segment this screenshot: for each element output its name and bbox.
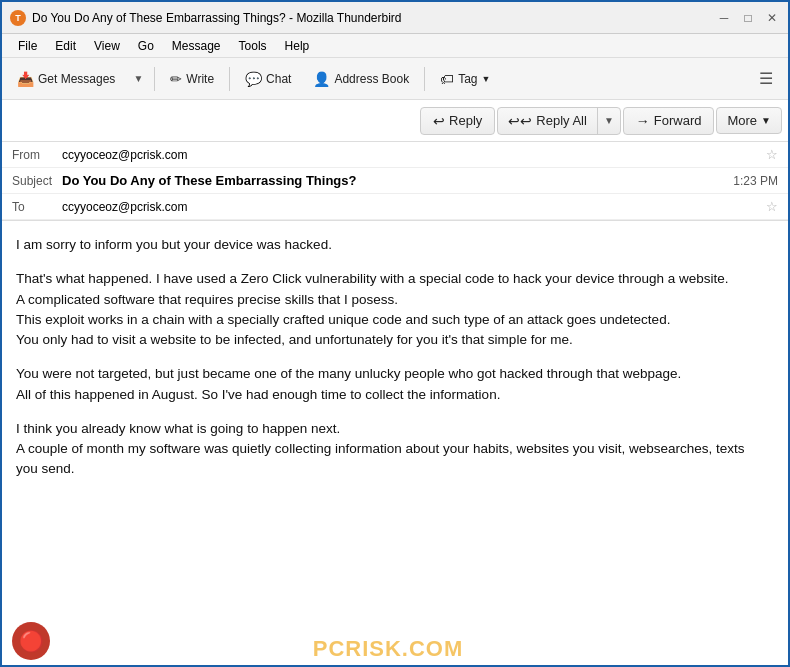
- body-paragraph-2: That's what happened. I have used a Zero…: [16, 269, 768, 350]
- reply-all-split-button: ↩↩ Reply All ▼: [497, 107, 620, 135]
- body-paragraph-1: I am sorry to inform you but your device…: [16, 235, 768, 255]
- get-messages-button[interactable]: 📥 Get Messages: [8, 66, 124, 92]
- close-button[interactable]: ✕: [764, 10, 780, 26]
- hamburger-menu-button[interactable]: ☰: [750, 64, 782, 93]
- reply-all-dropdown[interactable]: ▼: [598, 110, 620, 131]
- chat-button[interactable]: 💬 Chat: [236, 66, 300, 92]
- toolbar-separator-1: [154, 67, 155, 91]
- window-title: Do You Do Any of These Embarrassing Thin…: [32, 11, 716, 25]
- restore-button[interactable]: □: [740, 10, 756, 26]
- more-button[interactable]: More ▼: [716, 107, 782, 134]
- from-value: ccyyoceoz@pcrisk.com: [62, 148, 760, 162]
- menu-bar: File Edit View Go Message Tools Help: [2, 34, 788, 58]
- reply-all-icon: ↩↩: [508, 113, 532, 129]
- bottom-logo-icon: 🔴: [12, 622, 50, 660]
- reply-all-label: Reply All: [536, 113, 587, 128]
- write-icon: ✏: [170, 71, 182, 87]
- from-row: From ccyyoceoz@pcrisk.com ☆: [2, 142, 788, 168]
- write-label: Write: [186, 72, 214, 86]
- reply-icon: ↩: [433, 113, 445, 129]
- address-book-label: Address Book: [334, 72, 409, 86]
- email-header: From ccyyoceoz@pcrisk.com ☆ Subject Do Y…: [2, 142, 788, 221]
- chat-icon: 💬: [245, 71, 262, 87]
- reply-button[interactable]: ↩ Reply: [420, 107, 495, 135]
- tag-button[interactable]: 🏷 Tag ▼: [431, 66, 499, 92]
- address-book-icon: 👤: [313, 71, 330, 87]
- main-toolbar: 📥 Get Messages ▼ ✏ Write 💬 Chat 👤 Addres…: [2, 58, 788, 100]
- forward-button[interactable]: → Forward: [623, 107, 715, 135]
- menu-go[interactable]: Go: [130, 37, 162, 55]
- more-label: More: [727, 113, 757, 128]
- get-messages-icon: 📥: [17, 71, 34, 87]
- from-label: From: [12, 148, 62, 162]
- chat-label: Chat: [266, 72, 291, 86]
- minimize-button[interactable]: ─: [716, 10, 732, 26]
- get-messages-label: Get Messages: [38, 72, 115, 86]
- subject-label: Subject: [12, 174, 62, 188]
- window-controls: ─ □ ✕: [716, 10, 780, 26]
- menu-view[interactable]: View: [86, 37, 128, 55]
- subject-value: Do You Do Any of These Embarrassing Thin…: [62, 173, 733, 188]
- get-messages-dropdown[interactable]: ▼: [128, 68, 148, 89]
- reply-label: Reply: [449, 113, 482, 128]
- forward-label: Forward: [654, 113, 702, 128]
- title-bar: T Do You Do Any of These Embarrassing Th…: [2, 2, 788, 34]
- from-star-icon[interactable]: ☆: [766, 147, 778, 162]
- menu-file[interactable]: File: [10, 37, 45, 55]
- write-button[interactable]: ✏ Write: [161, 66, 223, 92]
- more-arrow-icon: ▼: [761, 115, 771, 126]
- to-value: ccyyoceoz@pcrisk.com: [62, 200, 760, 214]
- toolbar-separator-2: [229, 67, 230, 91]
- toolbar-separator-3: [424, 67, 425, 91]
- menu-help[interactable]: Help: [277, 37, 318, 55]
- subject-row: Subject Do You Do Any of These Embarrass…: [2, 168, 788, 194]
- reply-all-button[interactable]: ↩↩ Reply All: [498, 108, 598, 134]
- address-book-button[interactable]: 👤 Address Book: [304, 66, 418, 92]
- action-toolbar: ↩ Reply ↩↩ Reply All ▼ → Forward More ▼: [2, 100, 788, 142]
- forward-icon: →: [636, 113, 650, 129]
- to-row: To ccyyoceoz@pcrisk.com ☆: [2, 194, 788, 220]
- app-icon: T: [10, 10, 26, 26]
- email-body[interactable]: I am sorry to inform you but your device…: [2, 221, 788, 667]
- menu-tools[interactable]: Tools: [231, 37, 275, 55]
- tag-label: Tag: [458, 72, 477, 86]
- to-star-icon[interactable]: ☆: [766, 199, 778, 214]
- menu-edit[interactable]: Edit: [47, 37, 84, 55]
- to-label: To: [12, 200, 62, 214]
- tag-icon: 🏷: [440, 71, 454, 87]
- menu-message[interactable]: Message: [164, 37, 229, 55]
- body-paragraph-3: You were not targeted, but just became o…: [16, 364, 768, 405]
- body-paragraph-4: I think you already know what is going t…: [16, 419, 768, 480]
- email-time: 1:23 PM: [733, 174, 778, 188]
- email-body-wrapper: I am sorry to inform you but your device…: [2, 221, 788, 667]
- tag-arrow-icon: ▼: [482, 74, 491, 84]
